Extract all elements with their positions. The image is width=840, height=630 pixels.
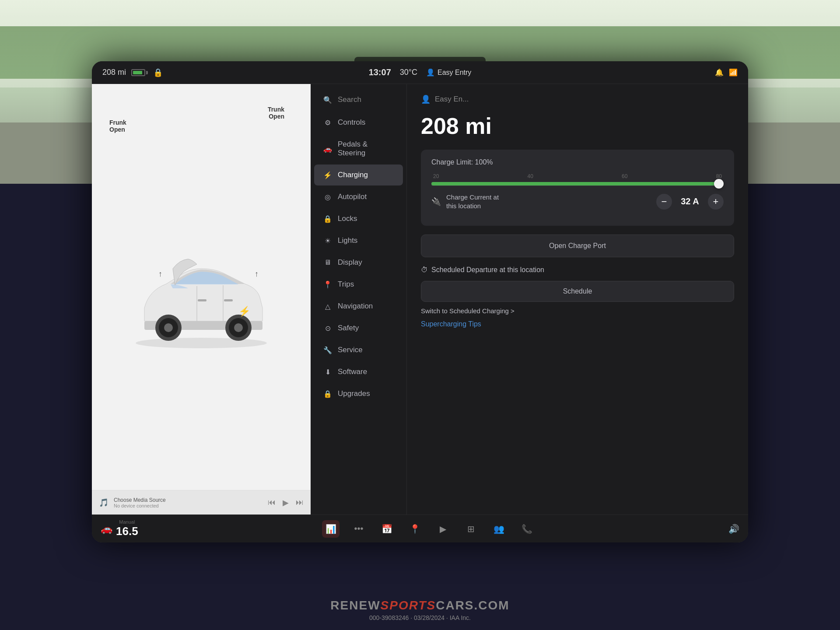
media-player: 🎵 Choose Media Source No device connecte… xyxy=(92,490,311,514)
taskbar-right: 🔊 xyxy=(669,524,739,534)
detail-header: 👤 Easy En... xyxy=(421,94,734,104)
play-button[interactable]: ▶ xyxy=(283,498,289,508)
watermark-sub: 000-39083246 · 03/28/2024 · IAA Inc. xyxy=(330,614,509,621)
detail-user-icon: 👤 xyxy=(421,94,430,104)
detail-panel: 👤 Easy En... 208 mi Charge Limit: 100% 2… xyxy=(407,84,748,514)
menu-item-pedals[interactable]: 🚗 Pedals & Steering xyxy=(314,134,403,164)
menu-item-locks[interactable]: 🔒 Locks xyxy=(314,208,403,229)
slider-thumb[interactable] xyxy=(714,179,724,189)
menu-item-lights[interactable]: ☀ Lights xyxy=(314,230,403,251)
charge-limit-label: Charge Limit: 100% xyxy=(431,158,724,166)
watermark-sports: SPORTS xyxy=(381,598,436,612)
calendar-button[interactable]: 📅 xyxy=(378,520,396,538)
charge-current-controls: − 32 A + xyxy=(656,194,724,210)
phone-button[interactable]: 📞 xyxy=(518,520,536,538)
battery-fill xyxy=(133,71,142,74)
menu-item-trips[interactable]: 📍 Trips xyxy=(314,274,403,295)
charge-limit-section: Charge Limit: 100% 20 40 60 80 🔌 xyxy=(421,150,734,226)
watermark-renew: RENEW xyxy=(330,598,380,612)
display-label: Display xyxy=(338,258,362,267)
menu-item-safety[interactable]: ⊙ Safety xyxy=(314,318,403,339)
scheduled-title-text: Scheduled Departure at this location xyxy=(431,266,544,274)
software-icon: ⬇ xyxy=(323,368,332,376)
media-controls[interactable]: ⏮ ▶ ⏭ xyxy=(268,498,304,508)
svg-text:↑: ↑ xyxy=(255,270,259,278)
scheduled-section: ⏱ Scheduled Departure at this location S… xyxy=(421,266,734,328)
taskbar-center: 📊 ••• 📅 📍 ▶ ⊞ 👥 📞 xyxy=(188,520,669,538)
charge-current-row: 🔌 Charge Current at this location − 32 A… xyxy=(431,186,724,217)
menu-item-charging[interactable]: ⚡ Charging xyxy=(314,164,403,186)
menu-search[interactable]: 🔍 Search xyxy=(314,89,403,110)
charge-current-label: Charge Current at this location xyxy=(446,193,656,210)
scale-60: 60 xyxy=(622,173,627,179)
mute-icon: 🔔 xyxy=(715,68,724,77)
controls-icon: ⚙ xyxy=(323,119,332,127)
waveform-button[interactable]: 📊 xyxy=(322,520,340,538)
range-detail-display: 208 mi xyxy=(421,113,734,139)
locks-icon: 🔒 xyxy=(323,215,332,223)
user-icon: 👤 xyxy=(426,68,435,77)
menu-item-service[interactable]: 🔧 Service xyxy=(314,340,403,360)
charge-current-value: 32 A xyxy=(679,196,701,206)
open-charge-port-button[interactable]: Open Charge Port xyxy=(421,234,734,257)
controls-label: Controls xyxy=(338,118,365,127)
taskbar-manual-label: Manual xyxy=(116,519,138,525)
menu-item-navigation[interactable]: △ Navigation xyxy=(314,296,403,317)
upgrades-label: Upgrades xyxy=(338,389,370,398)
slider-fill xyxy=(431,182,724,186)
pedals-label: Pedals & Steering xyxy=(338,140,394,158)
menu-item-controls[interactable]: ⚙ Controls xyxy=(314,112,403,133)
dots-button[interactable]: ••• xyxy=(350,520,368,538)
trips-label: Trips xyxy=(338,280,354,289)
clock-icon: ⏱ xyxy=(421,266,428,274)
watermark: RENEWSPORTSCARS.COM 000-39083246 · 03/28… xyxy=(330,598,509,621)
taskbar-car-icon[interactable]: 🚗 xyxy=(101,523,112,535)
people-button[interactable]: 👥 xyxy=(490,520,508,538)
schedule-button[interactable]: Schedule xyxy=(421,281,734,302)
status-bar-center: 13:07 30°C 👤 Easy Entry xyxy=(369,67,472,77)
scheduled-title: ⏱ Scheduled Departure at this location xyxy=(421,266,734,274)
supercharging-tips-link[interactable]: Supercharging Tips xyxy=(421,320,734,328)
play-taskbar-button[interactable]: ▶ xyxy=(434,520,452,538)
media-source-icon: 🎵 xyxy=(99,498,108,508)
menu-item-upgrades[interactable]: 🔒 Upgrades xyxy=(314,383,403,404)
autopilot-label: Autopilot xyxy=(338,192,367,201)
search-label: Search xyxy=(338,95,361,104)
locks-label: Locks xyxy=(338,214,357,223)
grid-button[interactable]: ⊞ xyxy=(462,520,480,538)
display-icon: 🖥 xyxy=(323,259,332,266)
battery-tip xyxy=(146,71,148,74)
lights-label: Lights xyxy=(338,236,357,245)
svg-text:↑: ↑ xyxy=(158,270,162,278)
status-temp: 30°C xyxy=(400,68,417,77)
navigation-label: Navigation xyxy=(338,302,373,311)
menu-item-display[interactable]: 🖥 Display xyxy=(314,252,403,273)
wifi-icon: 📶 xyxy=(729,68,738,77)
watermark-logo: RENEWSPORTSCARS.COM xyxy=(330,598,509,612)
svg-point-7 xyxy=(234,323,243,332)
map-pin-button[interactable]: 📍 xyxy=(406,520,424,538)
volume-button[interactable]: 🔊 xyxy=(728,524,739,534)
safety-icon: ⊙ xyxy=(323,324,332,332)
taskbar-left: 🚗 Manual 16.5 xyxy=(101,519,188,538)
menu-item-autopilot[interactable]: ◎ Autopilot xyxy=(314,186,403,207)
svg-rect-14 xyxy=(224,299,233,301)
svg-rect-13 xyxy=(198,299,206,301)
taskbar-speed-section: Manual 16.5 xyxy=(116,519,138,538)
range-display: 208 mi xyxy=(102,68,126,77)
media-subtitle: No device connected xyxy=(114,503,166,508)
decrement-button[interactable]: − xyxy=(656,194,672,210)
menu-panel: 🔍 Search ⚙ Controls 🚗 Pedals & Steering … xyxy=(311,84,407,514)
status-bar-right: 🔔 📶 xyxy=(715,68,738,77)
prev-button[interactable]: ⏮ xyxy=(268,498,276,507)
trips-icon: 📍 xyxy=(323,280,332,289)
increment-button[interactable]: + xyxy=(708,194,724,210)
next-button[interactable]: ⏭ xyxy=(296,498,304,507)
charging-label: Charging xyxy=(338,171,368,179)
switch-scheduled-link[interactable]: Switch to Scheduled Charging > xyxy=(421,307,514,315)
charge-slider-track[interactable] xyxy=(431,182,724,186)
car-svg: ↑ ↑ ⚡ xyxy=(127,247,276,352)
charging-icon: ⚡ xyxy=(323,171,332,179)
scale-40: 40 xyxy=(528,173,533,179)
menu-item-software[interactable]: ⬇ Software xyxy=(314,361,403,382)
